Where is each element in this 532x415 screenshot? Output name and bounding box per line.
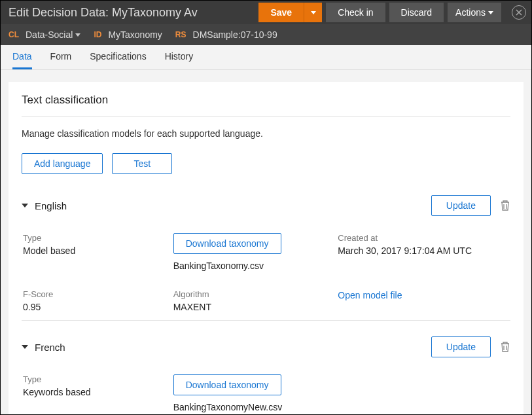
panel-title: Text classification [22,87,510,117]
add-language-button[interactable]: Add language [22,153,103,174]
panel-button-row: Add language Test [22,153,510,174]
class-value: Data-Social [26,29,73,40]
type-value: Model based [23,245,167,256]
language-header: French Update [22,333,510,364]
open-model-link[interactable]: Open model file [338,290,402,300]
type-field: Type Model based [23,233,167,271]
header-bar: Edit Decision Data: MyTaxonomy Av Save C… [1,1,531,24]
fscore-field: F-Score 0.95 [23,289,167,312]
collapse-icon [22,204,28,208]
language-actions: Update [431,336,510,357]
rs-value: DMSample:07-10-99 [193,29,277,40]
actions-label: Actions [455,7,486,18]
update-button[interactable]: Update [431,336,491,357]
language-header: English Update [22,191,510,223]
language-actions: Update [431,195,510,216]
taxonomy-cell: Download taxonomy BankingTaxonomyNew.csv [173,374,332,412]
language-body: Type Model based Download taxonomy Banki… [22,223,510,317]
language-name: English [35,200,67,211]
header-actions: Save Check in Discard Actions [258,3,526,22]
tab-specifications[interactable]: Specifications [90,45,146,69]
test-button[interactable]: Test [112,153,172,174]
type-field: Type Keywords based [23,374,167,412]
save-button-group: Save [258,3,322,22]
created-label: Created at [338,233,510,243]
id-tag: ID [94,30,101,39]
language-section-english: English Update Type Model based Download… [22,191,510,321]
algorithm-label: Algorithm [173,289,332,299]
chevron-down-icon [488,11,493,14]
taxonomy-filename: BankingTaxonomyNew.csv [173,402,283,412]
subheader-bar: CL Data-Social ID MyTaxonomy RS DMSample… [1,24,531,45]
algorithm-field: Algorithm MAXENT [173,289,332,312]
download-taxonomy-button[interactable]: Download taxonomy [173,374,281,395]
created-value: March 30, 2017 9:17:04 AM UTC [338,245,510,256]
taxonomy-cell: Download taxonomy BankingTaxonomy.csv [173,233,332,271]
discard-button[interactable]: Discard [389,3,444,22]
type-label: Type [23,233,167,243]
language-toggle[interactable]: French [22,342,65,353]
language-toggle[interactable]: English [22,200,67,211]
download-taxonomy-button[interactable]: Download taxonomy [173,233,281,254]
chevron-down-icon [75,33,80,37]
language-body: Type Keywords based Download taxonomy Ba… [22,364,510,414]
created-field: Created at March 30, 2017 9:17:04 AM UTC [338,233,510,271]
type-label: Type [23,374,167,384]
algorithm-value: MAXENT [173,302,332,312]
class-dropdown[interactable]: Data-Social [26,29,80,40]
fscore-value: 0.95 [23,302,167,312]
update-button[interactable]: Update [431,195,491,216]
collapse-icon [22,345,28,349]
language-section-french: French Update Type Keywords based Downlo… [22,333,510,414]
content-area: Text classification Manage classificatio… [1,70,531,414]
text-classification-panel: Text classification Manage classificatio… [9,82,523,414]
chevron-down-icon [311,11,316,14]
rs-tag: RS [175,30,186,39]
save-button[interactable]: Save [258,3,304,22]
tab-history[interactable]: History [165,45,194,69]
tab-form[interactable]: Form [50,45,72,69]
empty-cell [338,374,510,412]
type-value: Keywords based [23,387,167,397]
open-model-cell: Open model file [338,289,510,312]
language-name: French [35,342,65,353]
tab-bar: Data Form Specifications History [1,45,531,70]
delete-icon[interactable] [500,341,510,353]
taxonomy-filename: BankingTaxonomy.csv [173,261,264,271]
delete-icon[interactable] [500,200,510,211]
close-button[interactable] [512,5,526,20]
window-title: Edit Decision Data: MyTaxonomy Av [6,6,202,20]
check-in-button[interactable]: Check in [326,3,385,22]
actions-button[interactable]: Actions [448,3,501,22]
close-icon [516,9,522,16]
fscore-label: F-Score [23,289,167,299]
tab-data[interactable]: Data [12,45,32,69]
cl-tag: CL [9,30,19,39]
id-value: MyTaxonomy [108,29,162,40]
panel-description: Manage classification models for each su… [22,117,510,153]
save-dropdown-button[interactable] [304,3,322,22]
